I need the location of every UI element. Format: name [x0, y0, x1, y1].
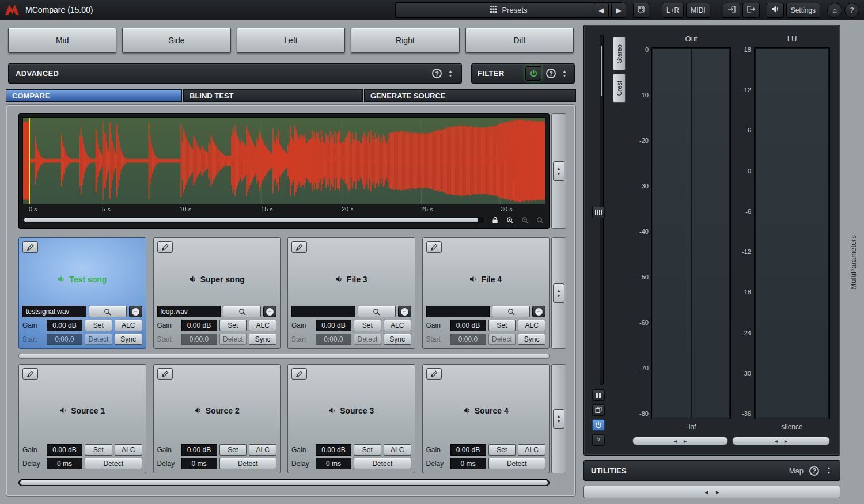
panel-horizontal-scrollbar[interactable] [18, 479, 550, 486]
file-slot-4[interactable]: File 4 − Gain 0.00 dB Set ALC Start 0:00… [422, 237, 550, 349]
detect-delay-button[interactable]: Detect [219, 458, 277, 469]
set-gain-button[interactable]: Set [354, 444, 381, 456]
utilities-collapse-control[interactable]: ▲ ▼ [825, 466, 833, 475]
filter-bar[interactable]: FILTER ? ▲ ▼ [471, 63, 575, 84]
delay-value[interactable]: 0 ms [181, 458, 217, 469]
edit-name-button[interactable] [157, 368, 173, 380]
panel-resize-bar[interactable]: ◂ ▸ [583, 486, 840, 498]
filter-help-icon[interactable]: ? [546, 69, 556, 78]
gain-value[interactable]: 0.00 dB [316, 444, 351, 456]
alc-button[interactable]: ALC [518, 320, 545, 331]
waveform-scroll-thumb[interactable] [24, 218, 478, 222]
meter-help-button[interactable]: ? [592, 434, 605, 446]
edit-name-button[interactable] [22, 241, 38, 253]
alc-button[interactable]: ALC [384, 320, 411, 331]
detect-start-button[interactable]: Detect [354, 334, 381, 345]
waveform-display[interactable] [22, 117, 545, 204]
start-value[interactable]: 0:00.0 [181, 334, 217, 345]
help-button[interactable]: ? [844, 3, 859, 18]
file-row-height-control[interactable]: ▲▼ [551, 237, 566, 349]
browse-file-button[interactable] [89, 306, 127, 317]
map-button[interactable]: Map [789, 467, 804, 475]
midi-button[interactable]: MIDI [686, 3, 710, 18]
presets-button[interactable]: Presets [395, 2, 623, 18]
channel-diff-button[interactable]: Diff [465, 28, 574, 53]
source-slot-1[interactable]: Source 1 Gain 0.00 dB Set ALC Delay 0 ms… [18, 364, 146, 473]
edit-name-button[interactable] [22, 368, 38, 380]
remove-file-button[interactable]: − [129, 306, 142, 317]
sync-button[interactable]: Sync [518, 334, 545, 345]
set-gain-button[interactable]: Set [488, 444, 516, 456]
start-value[interactable]: 0:00.0 [450, 334, 486, 345]
export-settings-button[interactable] [742, 3, 760, 18]
resize-handle[interactable]: ▲▼ [553, 409, 564, 429]
channel-mid-button[interactable]: Mid [8, 28, 116, 53]
set-gain-button[interactable]: Set [219, 320, 247, 331]
file-name-input[interactable] [426, 306, 490, 317]
file-slot-1[interactable]: Test song testsignal.wav − Gain 0.00 dB … [18, 237, 146, 349]
gain-value[interactable]: 0.00 dB [316, 320, 351, 331]
set-gain-button[interactable]: Set [219, 444, 247, 456]
settings-button[interactable]: Settings [786, 3, 820, 18]
browse-file-button[interactable] [492, 306, 530, 317]
edit-name-button[interactable] [291, 241, 307, 253]
sync-button[interactable]: Sync [384, 334, 411, 345]
alc-button[interactable]: ALC [384, 444, 411, 456]
advanced-collapse-control[interactable]: ▲ ▼ [446, 69, 454, 78]
alc-button[interactable]: ALC [115, 444, 142, 456]
delay-value[interactable]: 0 ms [316, 458, 351, 469]
file-slot-2[interactable]: Super song loop.wav − Gain 0.00 dB Set A… [153, 237, 281, 349]
sync-button[interactable]: Sync [249, 334, 276, 345]
source-slot-2[interactable]: Source 2 Gain 0.00 dB Set ALC Delay 0 ms… [153, 364, 281, 473]
file-row-scrollbar[interactable] [18, 354, 550, 359]
gain-value[interactable]: 0.00 dB [47, 444, 82, 456]
meter-popup-button[interactable] [592, 404, 605, 416]
waveform-scrollbar[interactable] [22, 217, 486, 223]
meter-power-button[interactable] [592, 419, 605, 431]
alc-button[interactable]: ALC [249, 444, 276, 456]
utilities-help-icon[interactable]: ? [809, 466, 819, 476]
scroll-thumb[interactable] [20, 480, 548, 485]
meter-pause-button[interactable] [592, 389, 605, 401]
set-gain-button[interactable]: Set [354, 320, 381, 331]
detect-start-button[interactable]: Detect [488, 334, 516, 345]
alc-button[interactable]: ALC [518, 444, 545, 456]
source-slot-3[interactable]: Source 3 Gain 0.00 dB Set ALC Delay 0 ms… [287, 364, 415, 473]
file-name-input[interactable]: testsignal.wav [22, 306, 86, 317]
delay-value[interactable]: 0 ms [450, 458, 486, 469]
tab-blind-test[interactable]: BLIND TEST [183, 89, 363, 102]
out-meter-range-slider[interactable]: ◂ ▸ [632, 437, 728, 445]
detect-delay-button[interactable]: Detect [354, 458, 411, 469]
gain-value[interactable]: 0.00 dB [181, 444, 217, 456]
delay-value[interactable]: 0 ms [47, 458, 82, 469]
zoom-in-icon[interactable] [504, 215, 516, 225]
alc-button[interactable]: ALC [249, 320, 276, 331]
home-button[interactable]: ⌂ [827, 3, 842, 18]
browse-file-button[interactable] [358, 306, 396, 317]
set-gain-button[interactable]: Set [488, 320, 516, 331]
filter-collapse-control[interactable]: ▲ ▼ [560, 69, 569, 78]
waveform-height-control[interactable]: ▲▼ [551, 113, 566, 229]
edit-name-button[interactable] [157, 241, 173, 253]
zoom-fit-icon[interactable] [534, 215, 545, 225]
filter-power-button[interactable] [525, 66, 541, 81]
meter-columns-button[interactable] [592, 207, 605, 218]
utilities-bar[interactable]: UTILITIES Map ? ▲ ▼ [583, 460, 840, 481]
edit-name-button[interactable] [426, 368, 442, 380]
start-value[interactable]: 0:00.0 [316, 334, 351, 345]
channel-side-button[interactable]: Side [122, 28, 230, 53]
set-gain-button[interactable]: Set [85, 444, 112, 456]
tab-generate-source[interactable]: GENERATE SOURCE [364, 89, 576, 102]
gain-value[interactable]: 0.00 dB [450, 444, 486, 456]
randomize-button[interactable] [633, 3, 649, 18]
edit-name-button[interactable] [291, 368, 307, 380]
detect-delay-button[interactable]: Detect [85, 458, 142, 469]
multiparameters-strip[interactable]: MultiParameters [842, 20, 864, 504]
previous-preset-button[interactable]: ◀ [594, 3, 609, 18]
resize-handle[interactable]: ▲▼ [553, 161, 564, 181]
tab-compare[interactable]: COMPARE [6, 89, 182, 102]
next-preset-button[interactable]: ▶ [611, 3, 626, 18]
audio-output-button[interactable] [767, 3, 784, 18]
set-gain-button[interactable]: Set [85, 320, 112, 331]
channel-left-button[interactable]: Left [237, 28, 345, 53]
